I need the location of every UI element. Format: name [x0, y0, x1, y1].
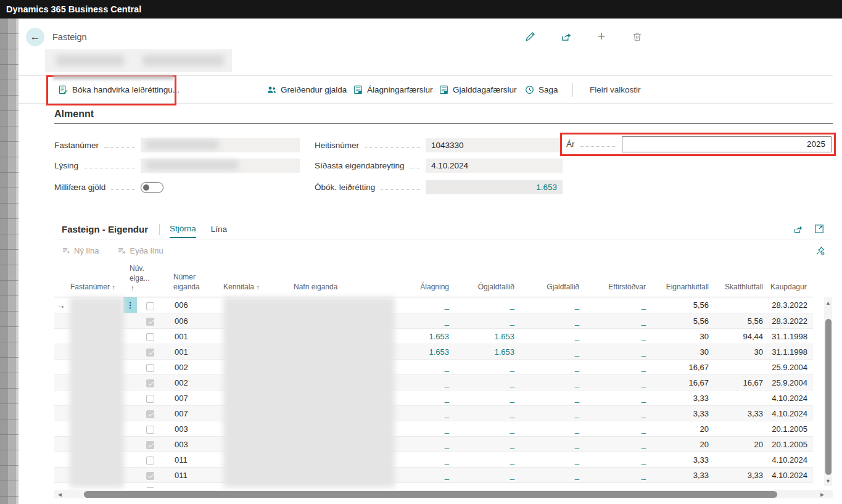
cell-ogjaldfallid[interactable]: _ — [453, 468, 518, 483]
action-alagningarfaerslur[interactable]: Álagningarfærslur — [353, 76, 433, 103]
cell-eignarhlutfall[interactable]: 20 — [650, 421, 712, 437]
cell-gjaldfallid[interactable]: _ — [518, 329, 583, 344]
section-title-general[interactable]: Almennt — [54, 109, 94, 120]
cell-eignarhlutfall[interactable]: 3,33 — [650, 390, 712, 406]
cell-skatthlutfall[interactable] — [712, 297, 767, 313]
tab-lina[interactable]: Lína — [211, 221, 227, 238]
action-saga[interactable]: Saga — [525, 76, 558, 103]
cell-kaupdagur[interactable]: 4.10.2024 — [767, 452, 809, 468]
edit-pencil-icon[interactable] — [523, 30, 537, 43]
cell-skatthlutfall[interactable] — [712, 421, 767, 437]
cell-kaupdagur[interactable]: 20.1.2005 — [767, 421, 809, 437]
action-greidendur-gjalda[interactable]: Greiðendur gjalda — [266, 76, 347, 103]
cell-alagning[interactable]: _ — [395, 360, 453, 375]
cell-eignarhlutfall[interactable]: 20 — [650, 437, 712, 452]
cell-gjaldfallid[interactable]: _ — [518, 406, 583, 421]
share-icon[interactable] — [559, 30, 572, 43]
cell-eftirstodvar[interactable]: _ — [583, 297, 650, 313]
col-fastanumer[interactable]: Fastanúmer ↑ — [67, 264, 123, 297]
cell-eftirstodvar[interactable]: _ — [583, 421, 650, 437]
cell-skatthlutfall[interactable] — [712, 483, 767, 488]
cell-ogjaldfallid[interactable] — [453, 483, 518, 488]
col-kennitala[interactable]: Kennitala ↑ — [220, 264, 290, 297]
cell-skatthlutfall[interactable]: 3,33 — [712, 468, 767, 483]
field-obok-leidretting[interactable]: 1.653 — [426, 180, 563, 194]
horizontal-scroll-thumb[interactable] — [84, 491, 777, 498]
cell-eftirstodvar[interactable]: _ — [583, 452, 650, 468]
cell-current-owner-checkbox[interactable] — [141, 452, 158, 468]
cell-kaupdagur[interactable]: 4.10.2024 — [767, 390, 809, 406]
col-eftirstodvar[interactable]: Eftirstöðvar — [583, 264, 650, 297]
cell-row-options[interactable] — [123, 390, 141, 406]
cell-row-options[interactable] — [123, 313, 141, 329]
cell-alagning[interactable]: _ — [395, 468, 453, 483]
cell-eignarhlutfall[interactable]: 30 — [650, 344, 712, 360]
cell-kaupdagur[interactable]: 28.3.2022 — [767, 313, 809, 329]
add-icon[interactable]: + — [595, 30, 608, 43]
cell-eftirstodvar[interactable]: _ — [583, 375, 650, 390]
action-boka-handvirka-leidrettingu[interactable]: Bóka handvirka leiðréttingu... — [59, 76, 180, 103]
cell-current-owner-checkbox[interactable] — [141, 329, 158, 344]
cell-current-owner-checkbox[interactable] — [141, 483, 158, 488]
col-ogjaldfallid[interactable]: Ógjaldfallið — [453, 264, 518, 297]
cell-gjaldfallid[interactable]: _ — [518, 313, 583, 329]
cell-skatthlutfall[interactable]: 5,56 — [712, 313, 767, 329]
cell-eftirstodvar[interactable]: _ — [583, 360, 650, 375]
cell-eftirstodvar[interactable]: _ — [583, 313, 650, 329]
cell-alagning[interactable] — [395, 483, 453, 488]
col-alagning[interactable]: Álagning — [395, 264, 453, 297]
scroll-up-icon[interactable]: ▲ — [824, 299, 832, 307]
col-current-owner[interactable]: Núv. eiga...↑ — [141, 264, 158, 297]
cell-owner-number[interactable]: 003 — [158, 437, 220, 452]
cell-eignarhlutfall[interactable]: 3,33 — [650, 406, 712, 421]
cell-owner-number[interactable]: 001 — [158, 329, 220, 344]
cell-gjaldfallid[interactable]: _ — [518, 421, 583, 437]
cell-current-owner-checkbox[interactable] — [141, 313, 158, 329]
cell-owner-number[interactable]: 001 — [158, 344, 220, 360]
cell-alagning[interactable]: _ — [395, 390, 453, 406]
cell-owner-number[interactable]: 007 — [158, 406, 220, 421]
cell-row-options[interactable] — [123, 344, 141, 360]
cell-ogjaldfallid[interactable]: 1.653 — [453, 329, 518, 344]
field-sidasta-eigendabreyting[interactable]: 4.10.2024 — [426, 159, 563, 173]
cell-gjaldfallid[interactable]: _ — [518, 375, 583, 390]
subpage-expand-icon[interactable] — [814, 224, 824, 234]
cell-ogjaldfallid[interactable]: _ — [453, 437, 518, 452]
cell-alagning[interactable]: _ — [395, 421, 453, 437]
cell-ogjaldfallid[interactable]: 1.653 — [453, 344, 518, 360]
col-skatthlutfall[interactable]: Skatthlutfall — [712, 264, 767, 297]
cell-gjaldfallid[interactable] — [518, 483, 583, 488]
delete-line-button[interactable]: Eyða línu — [117, 246, 163, 255]
cell-ogjaldfallid[interactable]: _ — [453, 390, 518, 406]
scroll-right-icon[interactable]: ► — [818, 490, 827, 498]
cell-row-options[interactable]: ⋮ — [123, 297, 141, 313]
cell-ogjaldfallid[interactable]: _ — [453, 313, 518, 329]
cell-current-owner-checkbox[interactable] — [141, 468, 158, 483]
cell-current-owner-checkbox[interactable] — [141, 406, 158, 421]
cell-alagning[interactable]: 1.653 — [395, 329, 453, 344]
cell-alagning[interactable]: _ — [395, 406, 453, 421]
cell-skatthlutfall[interactable] — [712, 390, 767, 406]
cell-kaupdagur[interactable]: 25.9.2004 — [767, 360, 809, 375]
unpin-icon[interactable] — [815, 246, 825, 256]
cell-ogjaldfallid[interactable]: _ — [453, 375, 518, 390]
cell-eftirstodvar[interactable] — [583, 483, 650, 488]
cell-eignarhlutfall[interactable]: 5,56 — [650, 313, 712, 329]
cell-ogjaldfallid[interactable]: _ — [453, 297, 518, 313]
cell-eftirstodvar[interactable]: _ — [583, 468, 650, 483]
cell-gjaldfallid[interactable]: _ — [518, 390, 583, 406]
cell-owner-number[interactable]: 002 — [158, 375, 220, 390]
row-options-icon[interactable]: ⋮ — [123, 297, 137, 313]
cell-gjaldfallid[interactable]: _ — [518, 437, 583, 452]
cell-ogjaldfallid[interactable]: _ — [453, 360, 518, 375]
ar-year-input[interactable] — [622, 136, 832, 152]
scroll-down-icon[interactable]: ▼ — [824, 477, 832, 485]
cell-eignarhlutfall[interactable]: 16,67 — [650, 360, 712, 375]
cell-kaupdagur[interactable]: 4.10.2024 — [767, 468, 809, 483]
field-heitisnumer[interactable]: 1043330 — [426, 138, 563, 152]
delete-icon[interactable] — [630, 30, 644, 43]
cell-row-options[interactable] — [123, 406, 141, 421]
cell-skatthlutfall[interactable]: 94,44 — [712, 329, 767, 344]
millifaera-gjold-toggle[interactable] — [141, 182, 163, 193]
cell-owner-number[interactable]: 011 — [158, 452, 220, 468]
